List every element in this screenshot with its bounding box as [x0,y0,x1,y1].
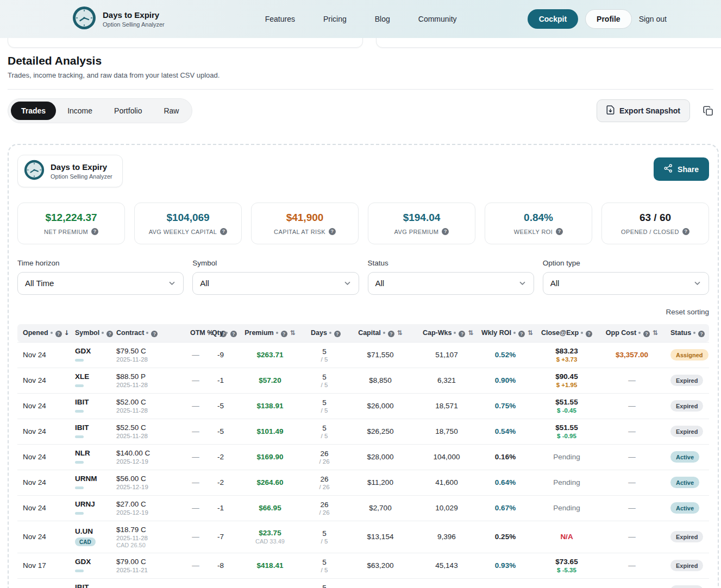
table-row: Nov 24 XLE $88.50 P2025-11-28 — -1 $57.2… [17,368,709,393]
info-icon[interactable]: ? [556,228,563,235]
info-icon[interactable]: ? [698,331,705,337]
status-badge: Expired [670,560,703,571]
column-header-wkly-roi[interactable]: Wkly ROI?⇅↓ [476,324,535,343]
column-header-contract[interactable]: Contract?⇅↓ [111,324,185,343]
cell-contract: $27.00 C2025-12-19 [111,495,185,521]
sort-arrows-icon[interactable]: ⇅ [653,329,658,337]
info-icon[interactable]: ? [459,331,465,337]
sort-arrows-icon[interactable]: ⇅ [528,329,533,337]
clock-logo-icon [24,160,45,182]
column-header-cap-wks[interactable]: Cap-Wks?⇅↓ [417,324,476,343]
info-icon[interactable]: ? [55,331,62,337]
info-icon[interactable]: ? [518,331,525,337]
info-icon[interactable]: ? [281,331,287,337]
nav-link-pricing[interactable]: Pricing [323,15,347,23]
dot-icon [51,332,53,334]
sort-arrows-icon[interactable]: ⇅ [397,329,403,337]
column-header-premium[interactable]: Premium?⇅↓ [235,324,305,343]
cell-status: Expired [665,419,709,444]
cell-capital: $71,550 [343,342,417,368]
info-icon[interactable]: ? [106,331,113,337]
cell-premium: $263.71 [235,342,305,368]
column-header-opp-cost[interactable]: Opp Cost?⇅↓ [599,324,665,343]
page-subtitle: Trades, income tracking, and raw data fr… [8,71,713,79]
cell-close: $51.55$ -0.95 [535,419,599,444]
copy-icon[interactable] [703,106,713,116]
stats-row: $12,224.37 NET PREMIUM ? $104,069 AVG WE… [17,203,709,244]
cell-status: Expired [665,393,709,419]
cell-otm: — [185,342,206,368]
info-icon[interactable]: ? [220,228,227,235]
info-icon[interactable]: ? [682,228,689,235]
cell-opened: Nov 24 [17,419,70,444]
profile-button[interactable]: Profile [585,9,632,29]
export-snapshot-button[interactable]: Export Snapshot [597,99,690,122]
cell-symbol: URNM [70,470,111,495]
sort-arrows-icon[interactable]: ⇅ [290,329,296,337]
tab-trades[interactable]: Trades [11,102,56,120]
cell-opened: Nov 24 [17,342,70,368]
stat-card-avg-weekly-capital: $104,069 AVG WEEKLY CAPITAL ? [134,203,242,244]
filter-select-symbol[interactable]: All [192,272,359,295]
cell-status: Expired [665,578,709,588]
filter-value: All [200,279,209,288]
filter-select-status[interactable]: All [368,272,534,295]
column-header-days[interactable]: Days?⇅↓ [305,324,343,343]
nav-link-blog[interactable]: Blog [375,15,390,23]
signout-link[interactable]: Sign out [639,15,667,23]
cell-symbol: IBIT [70,419,111,444]
stat-card-avg-premium: $194.04 AVG PREMIUM ? [368,203,475,244]
tab-income[interactable]: Income [57,102,103,120]
nav-link-features[interactable]: Features [265,15,295,23]
info-icon[interactable]: ? [388,331,394,337]
tab-raw[interactable]: Raw [153,102,189,120]
stat-label: OPENED / CLOSED ? [621,228,689,235]
column-header-otm[interactable]: OTM %?⇅↓ [185,324,206,343]
share-button[interactable]: Share [654,157,709,181]
stat-label: AVG PREMIUM ? [394,228,449,235]
column-header-close-exp[interactable]: Close@Exp?⇅↓ [535,324,599,343]
app-logo[interactable]: Days to Expiry Option Selling Analyzer [72,6,165,32]
cockpit-button[interactable]: Cockpit [528,9,578,29]
cell-days: 26/ 26 [305,444,343,470]
column-header-capital[interactable]: Capital?⇅↓ [343,324,417,343]
cell-contract: $52.50 C2025-11-28 [111,419,185,444]
cell-contract: $140.00 C2025-12-19 [111,444,185,470]
filter-select-time-horizon[interactable]: All Time [17,272,184,295]
info-icon[interactable]: ? [329,228,336,235]
sort-arrows-icon[interactable]: ⇅ [468,329,473,337]
chevron-down-icon [343,279,352,287]
column-header-symbol[interactable]: Symbol?⇅↓ [70,324,111,343]
nav-link-community[interactable]: Community [418,15,457,23]
cell-capital: $27,250 [343,578,417,588]
cell-capital: $26,250 [343,419,417,444]
stat-value: 63 / 60 [605,212,705,224]
filter-label: Status [368,259,534,267]
info-icon[interactable]: ? [334,331,341,337]
cell-roi: 1.83% [476,578,535,588]
cell-premium: $101.49 [235,419,305,444]
cell-qty: -5 [206,419,235,444]
cell-symbol: XLE [70,368,111,393]
info-icon[interactable]: ? [442,228,449,235]
tab-portfolio[interactable]: Portfolio [104,102,152,120]
cell-opened: Nov 24 [17,470,70,495]
cell-symbol: IBIT [70,578,111,588]
cell-otm: — [185,495,206,521]
column-header-status[interactable]: Status?⇅↓ [665,324,709,343]
cell-roi: 0.52% [476,342,535,368]
reset-sorting-link[interactable]: Reset sorting [666,308,709,316]
cell-capital: $11,200 [343,470,417,495]
filter-select-option-type[interactable]: All [543,272,709,295]
info-icon[interactable]: ? [230,331,237,337]
chevron-down-icon [168,279,176,287]
cell-roi: 0.75% [476,393,535,419]
info-icon[interactable]: ? [586,331,592,337]
column-header-opened[interactable]: Opened?⇅↓ [17,324,70,343]
info-icon[interactable]: ? [91,228,98,235]
info-icon[interactable]: ? [151,331,158,337]
tab-group: TradesIncomePortfolioRaw [8,98,192,123]
info-icon[interactable]: ? [643,331,650,337]
cell-capwks: 19,464 [417,578,476,588]
cell-days: 5/ 5 [305,342,343,368]
